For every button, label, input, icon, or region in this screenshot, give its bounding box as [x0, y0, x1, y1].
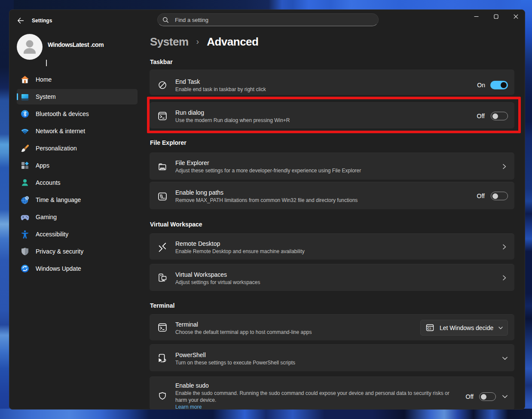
svg-text:C:\: C:\ — [427, 327, 431, 330]
